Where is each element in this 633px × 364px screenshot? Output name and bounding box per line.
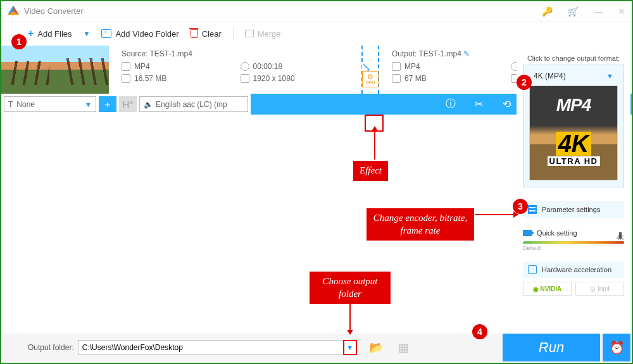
- output-format: MP4: [404, 62, 420, 71]
- format-name: 4K (MP4): [534, 72, 566, 80]
- format-icon: [392, 62, 401, 71]
- parameter-settings-button[interactable]: Parameter settings: [523, 201, 624, 218]
- nvidia-chip[interactable]: ◉ NVIDIA: [523, 282, 572, 296]
- source-resolution: 1920 x 1080: [253, 74, 295, 83]
- quality-slider[interactable]: 4K Default: [523, 234, 624, 251]
- text-icon: T: [8, 100, 13, 109]
- open-folder-icon[interactable]: ▦: [395, 341, 413, 355]
- source-format: MP4: [134, 62, 150, 71]
- plus-icon: +: [28, 28, 34, 39]
- intel-chip[interactable]: ◎ Intel: [575, 282, 624, 296]
- size-icon: [392, 74, 401, 83]
- sliders-icon: [528, 205, 537, 214]
- output-header: Output: TEST-1.mp4: [392, 49, 461, 58]
- folder-plus-icon: [101, 29, 111, 38]
- key-icon[interactable]: 🔑: [542, 6, 553, 16]
- add-folder-button[interactable]: Add Video Folder: [101, 29, 179, 39]
- arrow-encoder: [475, 214, 514, 215]
- right-panel: Click to change output format: 4K (MP4) …: [517, 51, 630, 324]
- slider-thumb[interactable]: [619, 232, 622, 239]
- source-duration: 00:00:18: [253, 62, 283, 71]
- subtitle-value: None: [16, 100, 35, 109]
- video-thumbnail[interactable]: [1, 46, 109, 94]
- add-files-button[interactable]: + Add Files ▼: [28, 28, 90, 39]
- cart-icon[interactable]: 🛒: [568, 6, 579, 16]
- nvidia-icon: ◉: [533, 286, 539, 292]
- add-folder-label: Add Video Folder: [115, 29, 179, 39]
- size-icon: [122, 74, 130, 83]
- merge-icon: [245, 30, 254, 37]
- subtitle-select[interactable]: T None ▼: [4, 96, 96, 112]
- output-size: 67 MB: [404, 74, 427, 83]
- toolbar-divider: [233, 27, 234, 41]
- callout-effect: Effect: [353, 161, 388, 181]
- clear-label: Clear: [202, 29, 222, 39]
- gpu-badge: GPU: [362, 71, 379, 87]
- param-label: Parameter settings: [542, 206, 600, 213]
- annotation-marker-2: 2: [517, 75, 532, 90]
- output-folder-label: Output folder:: [28, 343, 74, 352]
- merge-button[interactable]: Merge: [245, 29, 281, 39]
- format-preview: MP4 4K ULTRA HD: [529, 85, 618, 180]
- run-button[interactable]: Run: [503, 334, 600, 361]
- chevron-down-icon: ▼: [85, 101, 92, 108]
- annotation-marker-4: 4: [472, 324, 487, 339]
- app-logo-icon: [8, 6, 19, 17]
- cut-icon[interactable]: ✂: [465, 94, 492, 115]
- clear-button[interactable]: Clear: [191, 29, 222, 39]
- source-header: Source: TEST-1.mp4: [122, 49, 354, 58]
- hardware-accel-toggle[interactable]: Hardware acceleration: [523, 261, 624, 278]
- bottom-bar: Output folder: ▼ 📂 ▦ Run ⏰: [3, 334, 630, 361]
- arrow-effect: [374, 130, 375, 160]
- output-format-button[interactable]: 4K (MP4) ▼ MP4 4K ULTRA HD: [523, 65, 624, 187]
- audio-select[interactable]: 🔈 English aac (LC) (mp: [139, 96, 248, 112]
- audio-value: English aac (LC) (mp: [156, 100, 227, 109]
- format-hint: Click to change output format:: [523, 54, 624, 62]
- source-size: 16.57 MB: [134, 74, 166, 83]
- browse-folder-icon[interactable]: 📂: [367, 341, 385, 355]
- chip-icon: [528, 265, 537, 274]
- close-icon[interactable]: ✕: [618, 6, 625, 16]
- speaker-icon: 🔈: [144, 100, 153, 109]
- chevron-down-icon: ▼: [84, 30, 91, 37]
- format-icon: [122, 62, 130, 71]
- add-subtitle-button[interactable]: +: [99, 96, 116, 112]
- add-files-label: Add Files: [37, 29, 72, 39]
- clock-icon: [241, 62, 249, 71]
- source-info: Source: TEST-1.mp4 MP4 00:00:18 16.57 MB…: [109, 46, 363, 94]
- intel-icon: ◎: [590, 286, 596, 292]
- callout-encoder: Change encoder, bitrate, frame rate: [367, 208, 474, 241]
- minimize-icon[interactable]: —: [594, 6, 603, 16]
- arrow-output: [349, 301, 351, 330]
- title-bar: Video Converter 🔑 🛒 — ✕: [1, 1, 632, 22]
- chevron-down-icon: ▼: [606, 72, 613, 80]
- output-folder-input[interactable]: [78, 340, 344, 355]
- app-title: Video Converter: [24, 6, 84, 16]
- merge-label: Merge: [258, 29, 281, 39]
- output-folder-dropdown[interactable]: ▼: [343, 340, 357, 355]
- callout-output: Choose output folder: [310, 272, 391, 304]
- annotation-marker-1: 1: [11, 34, 27, 49]
- annotation-marker-3: 3: [513, 199, 528, 214]
- main-toolbar: + Add Files ▼ Add Video Folder Clear Mer…: [1, 22, 632, 46]
- resolution-icon: [241, 74, 249, 83]
- hard-subtitle-button[interactable]: H°: [119, 96, 137, 112]
- info-icon[interactable]: ⓘ: [437, 94, 465, 115]
- edit-output-icon[interactable]: ✎: [463, 49, 470, 58]
- schedule-icon[interactable]: ⏰: [603, 334, 630, 361]
- trash-icon: [191, 29, 198, 38]
